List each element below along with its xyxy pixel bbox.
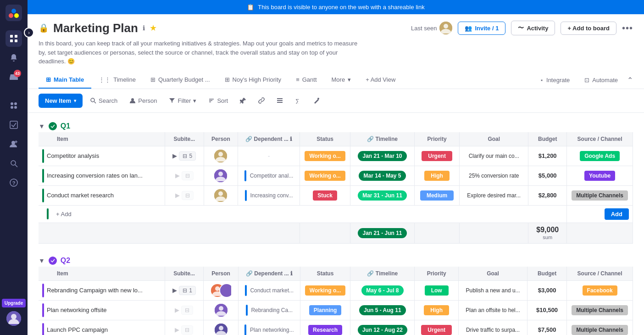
person-avatar[interactable] xyxy=(215,324,228,335)
add-subitem-btn[interactable]: + xyxy=(145,286,151,295)
row-q1-1-channel-cell[interactable]: Google Ads xyxy=(567,146,633,166)
tab-quarterly-budget[interactable]: ⊞ Quarterly Budget ... xyxy=(143,72,217,89)
add-subitem-btn[interactable]: + xyxy=(110,306,115,315)
person-filter-button[interactable]: Person xyxy=(125,95,161,107)
tab-timeline[interactable]: ⋮⋮ Timeline xyxy=(91,72,143,89)
row-q2-1-priority-cell[interactable]: Low xyxy=(415,280,459,300)
status-badge[interactable]: Working o... xyxy=(305,151,345,161)
tab-main-table[interactable]: ⊞ Main Table xyxy=(39,72,91,89)
row-edit-btn[interactable]: ⊟ xyxy=(153,286,160,295)
collapse-button[interactable]: ⌃ xyxy=(627,76,633,84)
subtask-badge[interactable]: ⊟ xyxy=(181,325,193,335)
tab-add-view[interactable]: + Add View xyxy=(358,72,403,89)
sidebar-collapse-btn[interactable]: › xyxy=(24,28,34,38)
expand-sub-icon[interactable]: ▶ xyxy=(172,287,177,294)
timeline-badge[interactable]: Jun 12 - Aug 22 xyxy=(358,325,407,335)
row-edit-btn[interactable]: ⊟ xyxy=(124,191,131,200)
expand-sub-icon[interactable]: ▶ xyxy=(175,192,180,199)
row-q2-3-channel-cell[interactable]: Multiple Channels xyxy=(567,320,633,335)
row-q1-3-timeline-cell[interactable]: Mar 31 - Jun 11 xyxy=(350,185,415,205)
add-subitem-btn[interactable]: + xyxy=(102,151,107,161)
item-name-text[interactable]: Conduct market research xyxy=(47,192,114,199)
person-avatar[interactable] xyxy=(215,304,228,317)
row-q2-3-status-cell[interactable]: Research xyxy=(300,320,350,335)
person-avatar-2[interactable] xyxy=(219,284,232,297)
row-q1-2-channel-cell[interactable]: Youtube xyxy=(567,166,633,185)
row-q1-3-priority-cell[interactable]: Medium xyxy=(414,185,459,205)
row-q1-3-channel-cell[interactable]: Multiple Channels xyxy=(567,185,633,205)
tab-noys-high-priority[interactable]: ⊞ Noy's High Priority xyxy=(217,72,289,89)
grid-nav-icon[interactable] xyxy=(6,30,22,47)
apps-nav-icon[interactable] xyxy=(6,97,22,114)
row-q2-2-status-cell[interactable]: Planning xyxy=(300,300,350,320)
subtask-badge[interactable]: ⊟ xyxy=(182,191,194,200)
person-avatar[interactable] xyxy=(214,169,227,182)
priority-badge[interactable]: High xyxy=(424,171,450,181)
paint-button[interactable] xyxy=(309,95,324,106)
integrate-button[interactable]: ⋆ Integrate xyxy=(534,74,575,86)
row-edit-btn[interactable]: ⊟ xyxy=(118,325,125,335)
row-q2-1-status-cell[interactable]: Working o... xyxy=(300,280,350,300)
link-button[interactable] xyxy=(254,95,269,106)
item-name-text[interactable]: Rebranding Campaign with new lo... xyxy=(47,287,143,294)
expand-sub-icon[interactable]: ▶ xyxy=(172,152,177,159)
group-q2-title[interactable]: Q2 xyxy=(61,257,70,265)
person-avatar[interactable] xyxy=(214,150,227,162)
subtask-badge[interactable]: ⊟ xyxy=(181,306,193,315)
channel-badge[interactable]: Multiple Channels xyxy=(572,325,628,335)
priority-badge[interactable]: Low xyxy=(425,285,449,296)
channel-badge[interactable]: Multiple Channels xyxy=(572,190,628,201)
group-q1-title[interactable]: Q1 xyxy=(61,122,70,130)
group-q1-collapse-icon[interactable]: ▼ xyxy=(39,123,45,130)
channel-badge[interactable]: Google Ads xyxy=(580,151,620,161)
expand-sub-icon[interactable]: ▶ xyxy=(175,172,180,179)
row-q2-2-timeline-cell[interactable]: Jun 5 - Aug 11 xyxy=(350,300,415,320)
bell-nav-icon[interactable] xyxy=(6,50,22,66)
add-subitem-btn[interactable]: + xyxy=(117,191,122,200)
row-q2-2-priority-cell[interactable]: High xyxy=(415,300,459,320)
status-badge[interactable]: Working o... xyxy=(305,285,345,296)
row-edit-btn[interactable]: ⊟ xyxy=(117,306,124,315)
row-edit-btn[interactable]: ⊟ xyxy=(153,171,160,180)
info-icon[interactable]: ℹ xyxy=(143,24,145,32)
row-q2-3-timeline-cell[interactable]: Jun 12 - Aug 22 xyxy=(350,320,415,335)
priority-badge[interactable]: Urgent xyxy=(422,151,452,161)
inbox-nav-icon[interactable]: 43 xyxy=(6,69,22,85)
invite-button[interactable]: 👥 Invite / 1 xyxy=(458,22,505,35)
row-q2-2-channel-cell[interactable]: Multiple Channels xyxy=(567,300,633,320)
item-name-text[interactable]: Competitor analysis xyxy=(47,152,99,159)
upgrade-button[interactable]: Upgrade xyxy=(2,299,26,307)
user-avatar[interactable] xyxy=(6,311,21,326)
row-q1-1-status-cell[interactable]: Working o... xyxy=(300,146,350,166)
row-q1-2-status-cell[interactable]: Working o... xyxy=(300,166,350,185)
search-nav-icon[interactable] xyxy=(6,155,22,172)
add-to-board-button[interactable]: + Add to board xyxy=(561,22,616,35)
row-q1-3-status-cell[interactable]: Stuck xyxy=(300,185,350,205)
timeline-badge[interactable]: Jan 21 - Mar 10 xyxy=(358,151,406,161)
item-name-text[interactable]: Plan networking offsite xyxy=(47,307,107,313)
help-nav-icon[interactable]: ? xyxy=(6,174,22,191)
row-q2-3-priority-cell[interactable]: Urgent xyxy=(415,320,459,335)
person-add-nav-icon[interactable] xyxy=(6,136,22,152)
status-badge[interactable]: Working o... xyxy=(305,171,345,181)
channel-badge[interactable]: Youtube xyxy=(584,171,615,181)
add-subitem-btn[interactable]: + xyxy=(145,171,151,180)
new-item-button[interactable]: New Item ▾ xyxy=(39,94,83,108)
timeline-badge[interactable]: Jun 5 - Aug 11 xyxy=(359,305,406,315)
more-options-button[interactable]: ••• xyxy=(622,23,633,34)
priority-badge[interactable]: High xyxy=(424,305,449,315)
status-badge[interactable]: Planning xyxy=(309,305,342,315)
check-nav-icon[interactable] xyxy=(6,117,22,133)
subtask-badge[interactable]: ⊟ 5 xyxy=(179,151,196,161)
sort-button[interactable]: Sort xyxy=(204,95,233,107)
channel-badge[interactable]: Multiple Channels xyxy=(572,305,628,315)
expand-sub-icon[interactable]: ▶ xyxy=(175,326,179,333)
row-height-button[interactable] xyxy=(272,95,288,106)
activity-button[interactable]: 〜 Activity xyxy=(511,21,555,35)
priority-badge[interactable]: Urgent xyxy=(421,325,452,335)
status-badge[interactable]: Stuck xyxy=(313,190,337,201)
timeline-badge[interactable]: Mar 31 - Jun 11 xyxy=(358,190,407,201)
channel-badge[interactable]: Facebook xyxy=(583,285,617,296)
row-q2-1-channel-cell[interactable]: Facebook xyxy=(567,280,633,300)
pin-button[interactable] xyxy=(235,95,251,106)
